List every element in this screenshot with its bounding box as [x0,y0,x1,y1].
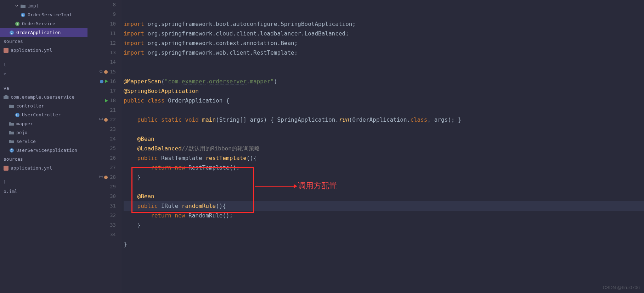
svg-text:C: C [22,13,24,17]
code-line[interactable]: @LoadBalanced//默认用的Ribbon的轮询策略 [124,144,644,153]
code-line[interactable]: import org.springframework.web.client.Re… [124,48,644,57]
svg-rect-6 [4,48,9,53]
tree-item-label: l [4,179,6,186]
line-number: 18 [87,96,119,105]
code-line[interactable]: public static void main(String[] args) {… [124,115,644,125]
code-line[interactable] [124,249,644,259]
tree-item-label: OrderApplication [16,29,61,36]
code-line[interactable]: } [124,172,644,182]
tree-item-label: OrderServiceImpl [28,11,72,18]
tree-item[interactable]: sources [0,155,87,164]
tree-item[interactable]: va [0,84,87,93]
tree-item-label: o.iml [4,188,17,195]
code-area[interactable]: import org.springframework.boot.autoconf… [122,0,644,293]
svg-rect-8 [5,95,7,96]
line-number: 12 [87,38,119,48]
tree-item-label: pojo [16,129,27,136]
code-line[interactable]: public RestTemplate restTemplate(){ [124,153,644,163]
tree-item[interactable]: e [0,69,87,78]
tree-item[interactable]: l [0,178,87,187]
code-line[interactable]: @MapperScan("com.examper.orderserver.map… [124,77,644,86]
code-line[interactable]: import org.springframework.context.annot… [124,38,644,48]
code-line[interactable]: @Bean [124,192,644,201]
svg-point-19 [104,176,108,179]
tree-item[interactable]: pojo [0,128,87,137]
tree-item-label: mapper [16,120,33,127]
code-line[interactable] [124,57,644,67]
line-number: 33 [87,220,119,230]
code-line[interactable] [124,125,644,134]
line-number: 28 [87,172,119,182]
code-line[interactable]: } [124,239,644,249]
code-line[interactable] [124,105,644,115]
line-number: 17 [87,86,119,96]
project-tree[interactable]: implCOrderServiceImplIOrderServiceCOrder… [0,0,87,293]
gutter-marks[interactable] [99,79,108,84]
tree-item[interactable]: IOrderService [0,19,87,28]
line-number: 31 [87,201,119,211]
svg-text:C: C [11,31,13,34]
folder-icon [9,122,14,126]
tree-item[interactable]: service [0,137,87,146]
folder-open-icon [21,4,26,8]
code-line[interactable]: import org.springframework.boot.autoconf… [124,19,644,29]
gutter-marks[interactable] [98,117,108,122]
tree-item[interactable]: o.iml [0,187,87,196]
folder-icon [9,104,14,108]
gutter-marks[interactable] [98,175,108,180]
tree-item[interactable]: controller [0,101,87,110]
line-number: 8 [87,0,119,10]
gutter-marks[interactable] [99,70,108,74]
line-number: 22 [87,115,119,125]
tree-item[interactable]: sources [0,37,87,46]
tree-item-label: application.yml [11,47,52,54]
tree-item[interactable]: com.example.userservice [0,93,87,101]
code-line[interactable]: @SpringBootApplication [124,86,644,96]
chevron-down-icon[interactable] [15,4,18,8]
svg-point-17 [100,80,103,83]
line-number: 23 [87,125,119,134]
svg-rect-7 [4,96,9,99]
tree-item[interactable]: application.yml [0,46,87,55]
code-line[interactable] [124,67,644,77]
line-number: 15 [87,67,119,77]
line-number: 13 [87,48,119,57]
svg-text:C: C [11,149,13,152]
code-line[interactable]: return new RestTemplate(); [124,163,644,172]
tree-item[interactable]: CUserController [0,110,87,119]
tree-item-label: UserServiceApplication [16,147,77,154]
tree-item[interactable]: impl [0,1,87,10]
editor[interactable]: 8910111213141516171821222324252627282930… [87,0,644,293]
tree-item-label: sources [4,38,23,45]
svg-text:I: I [17,22,18,26]
code-line[interactable]: import org.springframework.cloud.client.… [124,29,644,38]
svg-point-18 [104,118,108,122]
line-number: 29 [87,182,119,192]
tree-item[interactable]: CUserServiceApplication [0,146,87,155]
tree-item[interactable]: COrderApplication [0,28,87,37]
gutter: 8910111213141516171821222324252627282930… [87,0,122,293]
code-line[interactable]: } [124,220,644,230]
code-line[interactable]: public IRule randomRule(){ [124,201,644,211]
code-line[interactable]: @Bean [124,134,644,144]
code-line[interactable]: public class OrderApplication { [124,96,644,105]
line-number: 9 [87,10,119,19]
code-line[interactable]: return new RandomRule(); [124,211,644,220]
tree-item[interactable]: application.yml [0,164,87,172]
code-line[interactable] [124,230,644,239]
interface-icon: I [15,21,20,26]
tree-item-label: controller [16,103,44,109]
gutter-marks[interactable] [104,99,108,103]
tree-item-label: va [4,85,9,92]
class-icon: C [21,12,26,17]
tree-item[interactable]: l [0,60,87,69]
tree-item[interactable]: COrderServiceImpl [0,10,87,19]
tree-item-label: service [16,138,36,145]
folder-icon [9,139,14,144]
svg-line-15 [102,72,103,73]
code-line[interactable] [124,182,644,192]
tree-item[interactable]: mapper [0,119,87,128]
line-number: 16 [87,77,119,86]
tree-item-label: e [4,70,6,77]
line-number: 30 [87,192,119,201]
